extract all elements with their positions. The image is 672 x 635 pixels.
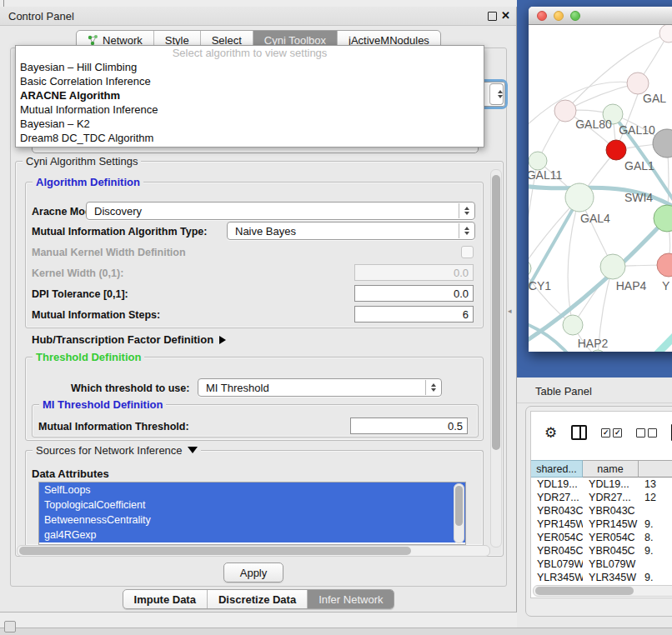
tab-infer-network[interactable]: Infer Network bbox=[307, 590, 394, 608]
network-window-titlebar bbox=[529, 7, 672, 25]
dropdown-item-basic-correlation-inference[interactable]: Basic Correlation Inference bbox=[16, 74, 484, 88]
apply-button[interactable]: Apply bbox=[223, 562, 283, 582]
network-node-y[interactable] bbox=[657, 253, 672, 277]
network-node[interactable] bbox=[659, 25, 672, 42]
table-row[interactable]: YBR045CYBR045C9. bbox=[531, 544, 672, 558]
table-horizontal-scrollbar[interactable] bbox=[533, 585, 672, 597]
screen: Control Panel ✕ NetworkStyleSelectCyni T… bbox=[0, 0, 672, 635]
node-label-swi4: SWI4 bbox=[624, 191, 653, 204]
mi-threshold-title: MI Threshold Definition bbox=[39, 398, 166, 411]
gear-icon[interactable]: ⚙ bbox=[544, 426, 557, 440]
tab-impute-data[interactable]: Impute Data bbox=[123, 590, 207, 608]
close-icon[interactable]: ✕ bbox=[501, 9, 510, 22]
attribute-item-gal4rgexp[interactable]: gal4RGexp bbox=[39, 528, 465, 542]
status-strip bbox=[0, 628, 672, 635]
network-edge[interactable] bbox=[565, 83, 638, 111]
table-row[interactable]: YPR145WYPR145W9. bbox=[531, 518, 672, 531]
mi-type-combo[interactable]: Naive Bayes bbox=[227, 222, 475, 240]
attribute-item-betweennesscentrality[interactable]: BetweennessCentrality bbox=[39, 512, 465, 528]
table-cell bbox=[639, 558, 672, 571]
table-cell: 9. bbox=[639, 571, 672, 584]
mi-steps-field[interactable]: 6 bbox=[354, 306, 474, 322]
dropdown-item-list: Bayesian – Hill ClimbingBasic Correlatio… bbox=[16, 60, 484, 145]
table-row[interactable]: YLR345WYLR345W9. bbox=[531, 571, 672, 584]
attribute-item-selfloops[interactable]: SelfLoops bbox=[39, 482, 465, 498]
hub-definition-label: Hub/Transcription Factor Definition bbox=[32, 333, 213, 346]
dropdown-prompt: Select algorithm to view settings bbox=[16, 46, 484, 60]
manual-kernel-checkbox[interactable] bbox=[461, 246, 474, 258]
deselect-all-icon[interactable] bbox=[636, 428, 657, 438]
table-cell: 13 bbox=[639, 478, 672, 491]
kernel-width-label: Kernel Width (0,1): bbox=[32, 268, 123, 279]
kernel-width-field[interactable]: 0.0 bbox=[354, 264, 474, 281]
aracne-mode-combo[interactable]: Discovery bbox=[86, 202, 475, 220]
table-cell: YBR043C bbox=[531, 504, 583, 518]
network-node-hap4[interactable] bbox=[600, 254, 625, 279]
mi-type-label: Mutual Information Algorithm Type: bbox=[32, 226, 207, 238]
float-icon[interactable] bbox=[488, 12, 497, 21]
dpi-tolerance-value: 0.0 bbox=[454, 288, 469, 300]
network-node-gal4[interactable] bbox=[565, 183, 594, 212]
column-header-shared[interactable]: shared... bbox=[531, 460, 583, 478]
table-row[interactable]: YER054CYER054C8. bbox=[531, 531, 672, 544]
table-panel-container: ⚙ ✓✓ shared...name YDL19...YDL19...13YDR… bbox=[525, 406, 672, 617]
table-row[interactable]: YDR27...YDR27...12 bbox=[531, 491, 672, 504]
data-attributes-list[interactable]: SelfLoopsTopologicalCoefficientBetweenne… bbox=[38, 482, 466, 545]
combo-stepper-icon bbox=[459, 223, 474, 238]
kernel-width-value: 0.0 bbox=[454, 267, 469, 279]
dpi-tolerance-label: DPI Tolerance [0,1]: bbox=[32, 288, 128, 300]
node-label-gal11: GAL11 bbox=[529, 168, 562, 182]
table-cell: YBL079W bbox=[583, 558, 639, 571]
network-node-hap2[interactable] bbox=[563, 315, 583, 335]
network-node-gal1[interactable] bbox=[606, 140, 626, 160]
grip-icon[interactable] bbox=[4, 621, 16, 632]
mi-threshold-field[interactable]: 0.5 bbox=[350, 418, 468, 434]
node-label-gal10: GAL10 bbox=[619, 123, 655, 137]
dropdown-item-mutual-information-inference[interactable]: Mutual Information Inference bbox=[16, 102, 484, 117]
table-row[interactable]: YBR043CYBR043C bbox=[531, 504, 672, 518]
mac-close-icon[interactable] bbox=[537, 11, 547, 21]
node-label-gcy1: GCY1 bbox=[529, 279, 551, 292]
splitpane-collapse-arrow[interactable]: ◂ bbox=[508, 307, 512, 315]
settings-horizontal-scrollbar[interactable] bbox=[17, 545, 490, 557]
node-label-hap2: HAP2 bbox=[578, 337, 609, 350]
network-edge[interactable] bbox=[610, 319, 672, 352]
dpi-tolerance-field[interactable]: 0.0 bbox=[354, 285, 474, 302]
dropdown-item-aracne-algorithm[interactable]: ARACNE Algorithm bbox=[16, 88, 484, 102]
dropdown-item-bayesian-hill-climbing[interactable]: Bayesian – Hill Climbing bbox=[16, 60, 484, 74]
attribute-item-topologicalcoefficient[interactable]: TopologicalCoefficient bbox=[39, 498, 465, 512]
network-canvas[interactable]: GALGAL80GAL10GAL1GAL11SWI4GAL4GCY1HAP4YH… bbox=[529, 25, 672, 352]
table-cell: YER054C bbox=[583, 531, 639, 544]
dropdown-item-dream8-dc-tdc-algorithm[interactable]: Dream8 DC_TDC Algorithm bbox=[16, 131, 484, 145]
expand-right-icon bbox=[219, 336, 226, 344]
column-header-clipped[interactable] bbox=[639, 460, 672, 478]
which-threshold-combo[interactable]: MI Threshold bbox=[198, 378, 442, 397]
table-row[interactable]: YBL079WYBL079W bbox=[531, 558, 672, 571]
table-body: YDL19...YDL19...13YDR27...YDR27...12YBR0… bbox=[531, 478, 672, 584]
dropdown-item-bayesian-k2[interactable]: Bayesian – K2 bbox=[16, 117, 484, 131]
table-row[interactable]: YDL19...YDL19...13 bbox=[531, 478, 672, 491]
which-threshold-label: Which threshold to use: bbox=[71, 382, 189, 394]
settings-vertical-scrollbar[interactable] bbox=[490, 169, 502, 548]
table-cell bbox=[639, 504, 672, 518]
hub-definition-expander[interactable]: Hub/Transcription Factor Definition bbox=[32, 333, 226, 346]
network-node[interactable] bbox=[589, 350, 606, 352]
node-label-y: Y bbox=[662, 279, 670, 292]
column-header-name[interactable]: name bbox=[583, 460, 639, 478]
mac-minimize-icon[interactable] bbox=[554, 11, 564, 21]
control-panel-titlebar: Control Panel bbox=[0, 7, 516, 26]
mac-zoom-icon[interactable] bbox=[570, 11, 580, 21]
tab-discretize-data[interactable]: Discretize Data bbox=[207, 590, 307, 608]
network-node-gcy1[interactable] bbox=[529, 259, 531, 278]
mi-threshold-value: 0.5 bbox=[448, 420, 463, 432]
node-label-gal1: GAL1 bbox=[624, 159, 654, 172]
network-node-gal80[interactable] bbox=[554, 100, 576, 122]
network-node[interactable] bbox=[653, 129, 672, 158]
columns-icon[interactable] bbox=[571, 425, 587, 440]
sources-title[interactable]: Sources for Network Inference bbox=[33, 444, 201, 457]
select-all-icon[interactable]: ✓✓ bbox=[601, 428, 622, 438]
list-scrollbar[interactable] bbox=[454, 483, 464, 543]
manual-kernel-label: Manual Kernel Width Definition bbox=[32, 247, 186, 258]
network-node-gal11[interactable] bbox=[529, 152, 547, 170]
mi-steps-value: 6 bbox=[463, 308, 469, 321]
